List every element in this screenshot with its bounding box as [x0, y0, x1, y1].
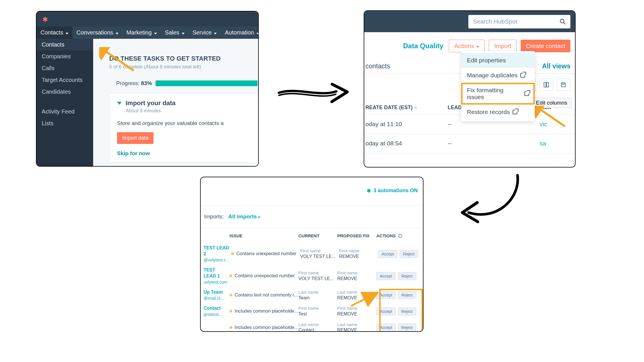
- import-button[interactable]: Import: [489, 40, 517, 52]
- sidebar-item-lists[interactable]: Lists: [37, 118, 93, 129]
- issue-row: Up Team@mail.cl...Contains text not comm…: [201, 287, 423, 303]
- data-quality-link[interactable]: Data Quality: [403, 42, 443, 50]
- caret-down-icon: ▾: [258, 215, 260, 219]
- caret-down-icon: [476, 43, 479, 49]
- save-view-button[interactable]: [557, 79, 570, 91]
- nav-item-automation[interactable]: Automation: [221, 26, 259, 39]
- card-duration: About 8 minutes: [126, 108, 250, 114]
- accept-button[interactable]: Accept: [376, 307, 396, 315]
- current-cell: First nameVOLY TEST LE...: [298, 270, 337, 282]
- cell-status: --: [448, 121, 540, 128]
- table-row[interactable]: oday at 08:54--sa: [364, 134, 575, 153]
- contact-link[interactable]: Contactgrowcot...: [204, 305, 229, 317]
- actions-cell: AcceptReject: [376, 291, 420, 299]
- contact-link[interactable]: TEST LEAD 2@volytest.c...: [204, 245, 231, 263]
- sidebar-item-candidates[interactable]: Candidates: [37, 86, 93, 98]
- issue-cell: Contains unexpected number: [231, 251, 300, 257]
- actions-cell: AcceptReject: [376, 272, 420, 280]
- external-link-icon: [524, 91, 529, 96]
- nav-item-contacts[interactable]: Contacts: [37, 26, 72, 39]
- panel-contacts-actions: Data Quality Actions Import Create conta…: [364, 10, 576, 167]
- issue-row: TEST LEAD 2@volytest.c...Contains unexpe…: [201, 243, 423, 265]
- nav-item-conversations[interactable]: Conversations: [72, 26, 122, 39]
- all-views-link[interactable]: All views: [542, 62, 570, 70]
- issue-cell: Contains unexpected number: [229, 273, 298, 279]
- search-icon: [559, 18, 566, 25]
- search-input[interactable]: [473, 18, 559, 25]
- create-contact-button[interactable]: Create contact: [521, 40, 570, 52]
- sidebar-item-target-accounts[interactable]: Target Accounts: [37, 74, 93, 86]
- issues-table-body: TEST LEAD 2@volytest.c...Contains unexpe…: [201, 243, 423, 332]
- cell-date: oday at 11:10: [364, 121, 448, 128]
- th-create-date[interactable]: REATE DATE (EST): [364, 105, 448, 111]
- columns-button[interactable]: [539, 79, 553, 91]
- card-description: Store and organize your valuable contact…: [117, 120, 250, 126]
- external-link-icon: [520, 73, 525, 78]
- reject-button[interactable]: Reject: [398, 272, 416, 280]
- reject-button[interactable]: Reject: [398, 291, 416, 299]
- import-data-button[interactable]: Import data: [117, 132, 154, 144]
- cell-status: --: [448, 140, 540, 147]
- warning-dot-icon: [229, 274, 232, 277]
- actions-cell: AcceptReject: [376, 307, 420, 315]
- reject-button[interactable]: Reject: [400, 250, 418, 258]
- progress-percent: 83%: [141, 80, 152, 86]
- card-title: Import your data: [126, 99, 176, 107]
- nav-item-service[interactable]: Service: [189, 26, 221, 39]
- actions-button[interactable]: Actions: [449, 40, 485, 52]
- dd-item-fix-formatting-issues[interactable]: Fix formatting issues: [461, 83, 535, 105]
- dd-item-manage-duplicates[interactable]: Manage duplicates: [461, 68, 535, 83]
- svg-point-1: [560, 19, 564, 23]
- nav-item-sales[interactable]: Sales: [161, 26, 189, 39]
- sidebar-item-calls[interactable]: Calls: [37, 62, 93, 74]
- issues-table-head: ISSUE CURRENT PROPOSED FIX ACTIONS i: [201, 228, 423, 243]
- panel-contacts-nav: ✱ ContactsConversationsMarketingSalesSer…: [36, 11, 259, 167]
- sidebar-item-activity-feed[interactable]: Activity Feed: [37, 106, 93, 118]
- reject-button[interactable]: Reject: [398, 307, 416, 315]
- proposed-cell: Last nameREMOVE: [337, 322, 376, 332]
- accept-button[interactable]: Accept: [376, 324, 396, 332]
- annotation-arrow-icon: [535, 106, 569, 129]
- dd-item-restore-records[interactable]: Restore records: [461, 105, 535, 120]
- info-icon[interactable]: i: [398, 234, 402, 238]
- contact-link[interactable]: Up Team@mail.cl...: [204, 289, 229, 301]
- import-card: Import your data About 8 minutes Store a…: [109, 93, 258, 163]
- cell-email[interactable]: sa: [540, 140, 575, 147]
- accept-button[interactable]: Accept: [378, 250, 397, 258]
- page-toolbar: Data Quality Actions Import Create conta…: [364, 32, 575, 52]
- search-wrapper[interactable]: [468, 15, 570, 28]
- primary-nav: ContactsConversationsMarketingSalesServi…: [37, 26, 258, 39]
- nav-item-marketing[interactable]: Marketing: [122, 26, 161, 39]
- dd-item-edit-properties[interactable]: Edit properties: [461, 53, 535, 68]
- contact-link[interactable]: TEST LEAD 1volytest.com: [204, 267, 229, 285]
- chevron-down-icon[interactable]: [117, 102, 122, 105]
- skip-button[interactable]: Skip for now: [117, 150, 150, 157]
- actions-cell: AcceptReject: [378, 250, 420, 258]
- sidebar-item-companies[interactable]: Companies: [37, 51, 93, 62]
- issue-cell: Contains text not commonly r...: [229, 292, 298, 298]
- caret-down-icon: [115, 29, 118, 36]
- tab-contacts[interactable]: contacts: [364, 62, 390, 70]
- proposed-cell: First nameREMOVE: [337, 270, 376, 282]
- automations-link[interactable]: 3 automations ON: [373, 188, 418, 194]
- accept-button[interactable]: Accept: [376, 272, 396, 280]
- progress-label: Progress: 83%: [116, 80, 152, 86]
- accept-button[interactable]: Accept: [376, 291, 396, 299]
- progress-bar: [156, 80, 258, 86]
- issue-row: Contactgrowcot...Includes common placeho…: [201, 303, 423, 319]
- issue-cell: Includes common placeholde...: [229, 308, 298, 314]
- cell-date: oday at 08:54: [364, 140, 448, 147]
- svg-rect-3: [544, 82, 546, 87]
- automations-row: 3 automations ON: [201, 177, 423, 194]
- imports-filter[interactable]: All imports ▾: [228, 213, 260, 219]
- issue-row: Includes common placeholde...Last nameCo…: [201, 319, 423, 332]
- window-titlebar: ✱: [37, 11, 258, 26]
- current-cell: First nameTest: [298, 305, 337, 317]
- status-dot-icon: [367, 189, 371, 192]
- external-link-icon: [513, 110, 517, 114]
- svg-line-5: [538, 108, 565, 126]
- sidebar-item-contacts[interactable]: Contacts: [37, 39, 93, 51]
- reject-button[interactable]: Reject: [398, 324, 416, 332]
- annotation-arrow-icon: [350, 292, 379, 308]
- caret-down-icon: [154, 29, 157, 36]
